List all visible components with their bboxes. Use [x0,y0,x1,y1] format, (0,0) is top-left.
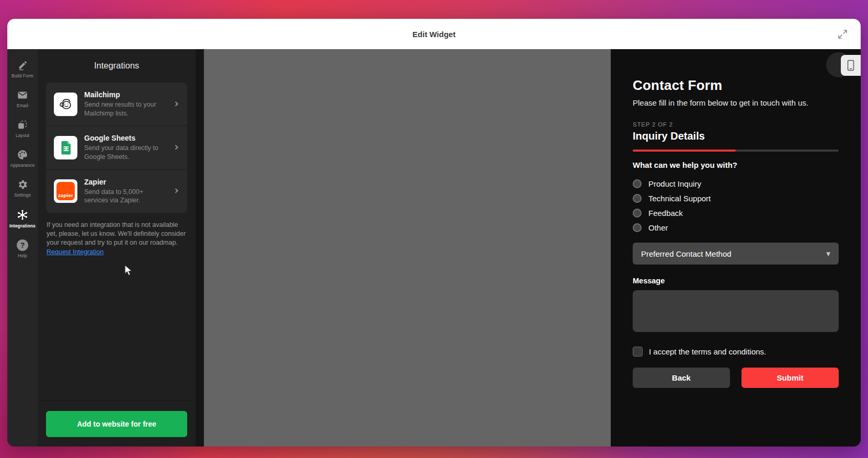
sidebar-item-label: Settings [14,192,31,198]
integration-item-google-sheets[interactable]: Google Sheets Send your data directly to… [46,125,187,169]
dropdown-caret-icon: ▼ [826,251,830,257]
sidebar-item-label: Build Form [12,73,33,78]
sidebar-item-email[interactable]: Email [7,86,38,112]
contact-method-select[interactable]: Preferred Contact Method ▼ [633,243,839,265]
question-mark-icon: ? [17,239,28,251]
question-label: What can we help you with? [633,161,839,169]
envelope-icon [17,89,28,101]
terms-checkbox[interactable] [633,347,643,357]
form-actions: Back Submit [633,368,839,388]
layout-icon [17,119,28,131]
panel-title: Integrations [38,61,196,71]
sidebar-item-layout[interactable]: Layout [7,116,38,142]
help-label: Help [18,253,27,258]
integration-description: Send your data directly to Google Sheets… [84,144,167,161]
edit-widget-window: Edit Widget Build Form [7,19,861,446]
step-label: STEP 2 OF 2 [633,121,839,128]
radio-option-product-inquiry[interactable]: Product Inquiry [633,176,839,191]
radio-option-other[interactable]: Other [633,220,839,235]
radio-group: Product Inquiry Technical Support Feedba… [633,176,839,235]
request-integration-link[interactable]: Request Integration [47,248,104,256]
topbar: Edit Widget [7,19,861,49]
integration-name: Google Sheets [84,134,167,142]
gear-icon [17,179,28,190]
integration-item-zapier[interactable]: zapier Zapier Send data to 5,000+ servic… [46,169,187,213]
integration-description: Send data to 5,000+ services via Zapier. [84,188,167,205]
chevron-right-icon: › [174,141,181,154]
form-preview-panel: Contact Form Please fill in the form bel… [611,49,861,446]
radio-icon[interactable] [633,223,642,232]
form-subtitle: Please fill in the form below to get in … [633,98,839,107]
terms-label: I accept the terms and conditions. [649,347,766,356]
sidebar-item-integrations[interactable]: Integrations [7,205,38,232]
radio-option-feedback[interactable]: Feedback [633,205,839,220]
preview-canvas [204,49,611,446]
help-button[interactable]: ? Help [7,236,38,262]
phone-icon [847,60,855,71]
message-textarea[interactable] [633,290,839,332]
chevron-right-icon: › [174,185,181,198]
integrations-panel: Integrations Mailchim [38,49,204,446]
mobile-preview-button[interactable] [841,55,861,76]
sidebar-item-label: Integrations [9,223,36,228]
progress-fill [633,150,736,152]
integration-description: Send new results to your Mailchimp lists… [84,100,167,118]
google-sheets-logo-icon [54,136,77,159]
note-text: If you need an integration that is not a… [47,221,186,247]
step-progress-bar [633,150,839,152]
back-button[interactable]: Back [633,368,730,388]
radio-icon[interactable] [633,179,642,188]
add-to-website-button[interactable]: Add to website for free [46,411,187,437]
integration-item-mailchimp[interactable]: Mailchimp Send new results to your Mailc… [46,83,187,125]
integrations-icon [16,209,29,221]
chevron-right-icon: › [174,98,181,111]
radio-label: Product Inquiry [648,179,701,188]
expand-arrows-icon [838,29,848,39]
left-rail: Build Form Email Layou [7,49,38,446]
sidebar-item-label: Layout [16,133,29,138]
integration-request-note: If you need an integration that is not a… [47,221,187,257]
zapier-logo-icon: zapier [54,179,77,203]
radio-label: Feedback [648,209,683,217]
panel-footer: Add to website for free [38,400,196,446]
palette-icon [17,149,28,161]
integration-name: Mailchimp [84,90,167,99]
sidebar-item-build-form[interactable]: Build Form [7,56,38,82]
step-title: Inquiry Details [633,130,839,142]
expand-button[interactable] [836,27,849,41]
form-title: Contact Form [633,77,839,94]
sidebar-item-appearance[interactable]: Appearance [7,146,38,171]
radio-label: Other [648,223,668,232]
sidebar-item-settings[interactable]: Settings [7,176,38,201]
radio-label: Technical Support [648,194,711,203]
sidebar-item-label: Email [17,103,28,108]
sidebar-item-label: Appearance [10,163,35,168]
integration-list: Mailchimp Send new results to your Mailc… [46,83,187,213]
radio-icon[interactable] [633,209,642,217]
window-title: Edit Widget [413,30,455,39]
message-label: Message [633,277,839,285]
integration-name: Zapier [84,178,167,186]
submit-button[interactable]: Submit [741,368,839,388]
pencil-icon [17,60,28,71]
zapier-logo-text: zapier [58,192,73,198]
mailchimp-logo-icon [54,93,77,116]
terms-row[interactable]: I accept the terms and conditions. [633,347,839,357]
radio-option-technical-support[interactable]: Technical Support [633,191,839,205]
radio-icon[interactable] [633,194,642,203]
select-value: Preferred Contact Method [641,249,826,258]
